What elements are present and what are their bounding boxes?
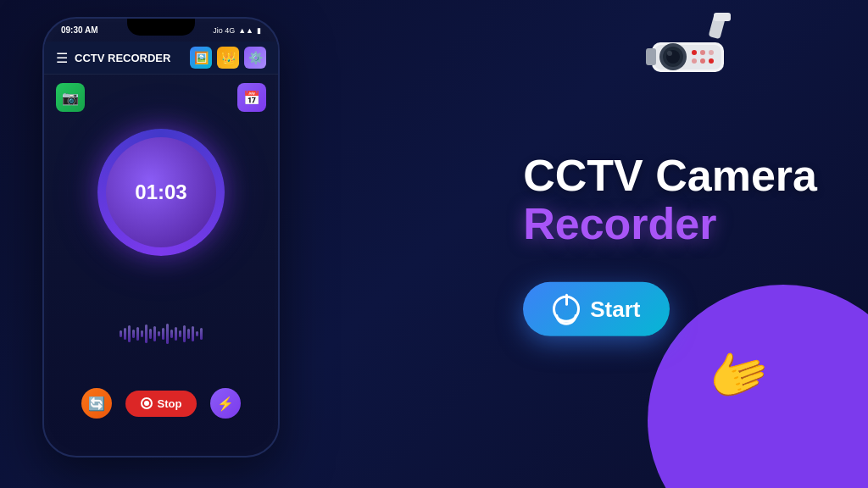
flash-icon: ⚡ bbox=[217, 396, 234, 412]
power-icon bbox=[553, 296, 580, 323]
timer-display: 01:03 bbox=[135, 180, 186, 204]
svg-rect-14 bbox=[646, 48, 656, 65]
stop-button[interactable]: Stop bbox=[125, 391, 198, 417]
wave-bar bbox=[187, 329, 190, 339]
app-title: CCTV RECORDER bbox=[75, 52, 190, 64]
wave-bar bbox=[128, 325, 131, 342]
wave-bar bbox=[153, 326, 156, 341]
timer-inner-circle: 01:03 bbox=[106, 137, 216, 247]
status-time: 09:30 AM bbox=[61, 25, 98, 35]
cctv-camera-image bbox=[639, 13, 749, 97]
top-action-buttons: 📷 📅 bbox=[56, 83, 266, 112]
app-bar: ☰ CCTV RECORDER 🖼️ 👑 ⚙️ bbox=[44, 42, 278, 75]
timer-outer-ring: 01:03 bbox=[97, 129, 225, 256]
svg-point-8 bbox=[692, 50, 697, 55]
wave-bar bbox=[179, 330, 181, 337]
premium-icon-button[interactable]: 👑 bbox=[217, 47, 239, 69]
stop-record-icon bbox=[141, 397, 153, 409]
wave-bar bbox=[158, 331, 160, 336]
wave-bar bbox=[166, 324, 169, 344]
start-label: Start bbox=[590, 297, 640, 323]
gallery-emoji: 🖼️ bbox=[194, 51, 209, 64]
stop-record-dot bbox=[144, 401, 149, 406]
phone-content: 📷 📅 01:03 bbox=[44, 75, 278, 435]
settings-icon-button[interactable]: ⚙️ bbox=[244, 47, 266, 69]
schedule-button[interactable]: 📅 bbox=[237, 83, 266, 112]
rotate-icon: 🔄 bbox=[88, 396, 105, 412]
title-line2: Recorder bbox=[523, 200, 817, 248]
start-button[interactable]: Start bbox=[523, 282, 670, 336]
wave-bar bbox=[196, 331, 198, 336]
rotate-button[interactable]: 🔄 bbox=[81, 388, 112, 419]
signal-icon: ▲▲ bbox=[238, 26, 253, 35]
settings-emoji: ⚙️ bbox=[248, 51, 263, 64]
wave-bar bbox=[149, 329, 152, 339]
carrier-label: Jio 4G bbox=[213, 26, 235, 35]
wave-bar bbox=[183, 325, 186, 342]
front-camera-button[interactable]: 📷 bbox=[56, 83, 85, 112]
svg-point-9 bbox=[700, 50, 705, 55]
svg-point-13 bbox=[709, 58, 714, 64]
wave-bar bbox=[124, 328, 126, 340]
bottom-controls: 🔄 Stop ⚡ bbox=[56, 388, 266, 419]
camera-icon: 📷 bbox=[62, 90, 79, 106]
app-name-title: CCTV Camera Recorder bbox=[523, 152, 817, 248]
sound-waves bbox=[44, 308, 278, 359]
svg-rect-1 bbox=[714, 13, 731, 21]
wave-bar bbox=[162, 328, 164, 340]
wave-bar bbox=[170, 330, 173, 338]
wave-bar bbox=[145, 324, 147, 343]
phone-mockup: 09:30 AM Jio 4G ▲▲ ▮ ☰ CCTV RECORDER 🖼️ … bbox=[42, 17, 280, 458]
wave-bar bbox=[175, 327, 177, 341]
wave-bar bbox=[136, 327, 139, 341]
app-bar-icons: 🖼️ 👑 ⚙️ bbox=[190, 47, 266, 69]
menu-icon[interactable]: ☰ bbox=[56, 50, 68, 66]
crown-emoji: 👑 bbox=[221, 51, 236, 64]
status-icons: Jio 4G ▲▲ ▮ bbox=[213, 26, 261, 35]
svg-point-10 bbox=[709, 50, 714, 55]
flash-button[interactable]: ⚡ bbox=[210, 388, 241, 419]
gallery-icon-button[interactable]: 🖼️ bbox=[190, 47, 212, 69]
wifi-icon: ▮ bbox=[257, 26, 261, 35]
svg-point-11 bbox=[692, 58, 697, 64]
timer-container: 01:03 bbox=[56, 129, 266, 256]
svg-point-7 bbox=[667, 51, 672, 56]
schedule-icon: 📅 bbox=[243, 90, 260, 106]
wave-bar bbox=[192, 326, 194, 341]
stop-label: Stop bbox=[158, 397, 182, 410]
title-line1: CCTV Camera bbox=[523, 152, 817, 200]
right-section: CCTV Camera Recorder Start bbox=[523, 152, 817, 336]
wave-bar bbox=[132, 330, 135, 338]
phone-notch bbox=[127, 19, 195, 36]
svg-point-12 bbox=[700, 58, 705, 64]
wave-bar bbox=[141, 330, 143, 337]
wave-bar bbox=[120, 330, 122, 337]
phone-frame: 09:30 AM Jio 4G ▲▲ ▮ ☰ CCTV RECORDER 🖼️ … bbox=[42, 17, 280, 458]
wave-bar bbox=[200, 328, 203, 340]
